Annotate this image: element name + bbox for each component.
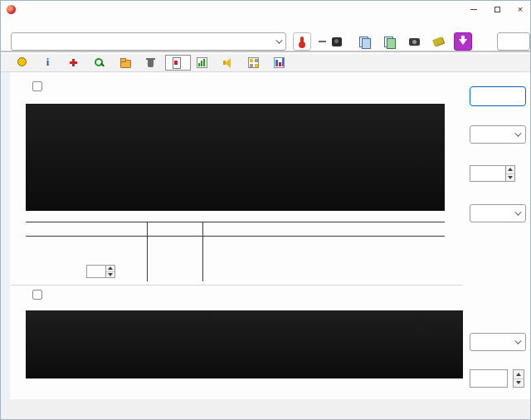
table-border	[26, 236, 445, 237]
arrow-down-icon	[108, 273, 113, 276]
minus-icon	[319, 41, 326, 42]
spinner-buttons	[106, 265, 115, 278]
arrow-up-icon	[516, 373, 521, 376]
tab-erase[interactable]	[139, 55, 165, 71]
file-benchmark-panel	[1, 72, 531, 420]
chevron-down-icon	[514, 208, 521, 215]
transfer-speed-chart	[26, 104, 445, 211]
tab-health[interactable]	[62, 55, 88, 71]
table-divider	[202, 222, 203, 281]
file-length-spinner[interactable]	[470, 165, 515, 182]
magnifier-icon	[94, 57, 105, 68]
legend-read-swatch	[384, 302, 390, 308]
chevron-down-icon	[514, 129, 521, 136]
record-icon	[332, 37, 342, 46]
queue-depth-value[interactable]	[86, 265, 106, 278]
folder-icon	[119, 57, 130, 68]
arrow-up-icon	[108, 266, 113, 270]
footer-strip	[1, 399, 531, 420]
spin-up-button[interactable]	[514, 370, 524, 378]
bottom-chart-x-axis	[26, 378, 474, 390]
spin-down-button[interactable]	[106, 271, 114, 278]
block-size-checkbox[interactable]	[32, 290, 42, 300]
tab-folder-usage[interactable]	[114, 55, 139, 71]
data-mode-combobox[interactable]	[470, 204, 526, 222]
start-button[interactable]	[470, 86, 526, 106]
tab-error-scan[interactable]	[88, 55, 114, 71]
block-file-length-combobox[interactable]	[470, 333, 526, 351]
camera-icon	[409, 38, 420, 46]
transfer-speed-option[interactable]	[32, 81, 47, 91]
table-border	[26, 222, 445, 222]
top-chart-ms-axis	[448, 104, 465, 212]
benchmark-icon	[17, 57, 27, 68]
spin-up-button[interactable]	[506, 166, 514, 173]
menu-bar	[1, 17, 531, 31]
spin-down-button[interactable]	[506, 173, 514, 182]
maximize-button[interactable]	[485, 1, 509, 17]
random-access-icon	[248, 57, 259, 68]
spinner-buttons	[506, 165, 515, 182]
legend-read	[384, 300, 392, 310]
tab-random-access[interactable]	[242, 55, 268, 71]
exit-button[interactable]	[497, 32, 530, 51]
highlighter-icon	[432, 37, 444, 46]
minimize-icon	[470, 9, 477, 10]
chevron-down-icon	[275, 37, 282, 43]
extra-tests-icon	[274, 57, 285, 68]
table-divider	[147, 222, 148, 281]
thermometer-icon	[300, 37, 304, 46]
block-size-chart	[26, 310, 463, 378]
tab-extra-tests[interactable]	[268, 55, 294, 71]
maximize-icon	[494, 7, 500, 12]
tab-disk-monitor[interactable]	[191, 55, 217, 71]
tab-info[interactable]: i	[37, 55, 62, 71]
close-button[interactable]: ×	[509, 1, 531, 17]
close-icon: ×	[518, 5, 523, 14]
download-icon	[459, 39, 467, 45]
copy-image-icon	[384, 37, 394, 47]
file-length-value[interactable]	[470, 165, 506, 182]
app-logo-icon	[7, 5, 16, 14]
trash-icon	[145, 57, 156, 68]
health-cross-icon	[68, 57, 79, 68]
menu-file[interactable]	[1, 17, 14, 31]
chart-legend	[384, 300, 404, 310]
transfer-speed-checkbox[interactable]	[32, 81, 42, 91]
menu-help[interactable]	[14, 17, 27, 31]
tab-file-benchmark[interactable]	[165, 55, 191, 71]
file-benchmark-icon	[171, 57, 182, 68]
save-highlight-button[interactable]	[429, 32, 447, 51]
section-separator	[11, 285, 462, 286]
drive-model-select[interactable]	[11, 32, 286, 51]
block-size-option[interactable]	[32, 290, 47, 300]
capture-button[interactable]	[328, 32, 346, 51]
copy-icon	[359, 37, 369, 47]
tab-bar: i	[1, 54, 531, 72]
disk-monitor-icon	[197, 57, 207, 68]
delay-spinner-buttons	[513, 369, 524, 388]
drive-combobox[interactable]	[470, 125, 526, 144]
title-bar: ×	[1, 1, 531, 17]
legend-write	[397, 300, 404, 310]
queue-depth-spinner[interactable]	[86, 265, 115, 278]
copy-text-button[interactable]	[355, 32, 373, 51]
minimize-button[interactable]	[462, 1, 485, 17]
speaker-icon	[222, 57, 233, 68]
spin-down-button[interactable]	[514, 378, 524, 388]
info-icon: i	[42, 57, 53, 68]
tab-benchmark[interactable]	[11, 55, 37, 71]
screenshot-button[interactable]	[405, 32, 423, 51]
app-window: × i	[0, 0, 531, 420]
legend-write-swatch	[397, 302, 402, 308]
chevron-down-icon	[514, 337, 521, 344]
temperature-button[interactable]	[293, 32, 311, 51]
arrow-down-icon	[516, 381, 521, 384]
arrow-up-icon	[508, 168, 513, 171]
delay-input[interactable]	[470, 369, 508, 388]
copy-image-button[interactable]	[380, 32, 398, 51]
save-results-button[interactable]	[454, 32, 472, 51]
top-chart-y-axis	[1, 104, 23, 212]
tab-aam[interactable]	[217, 55, 242, 71]
top-chart-x-axis	[26, 211, 457, 222]
